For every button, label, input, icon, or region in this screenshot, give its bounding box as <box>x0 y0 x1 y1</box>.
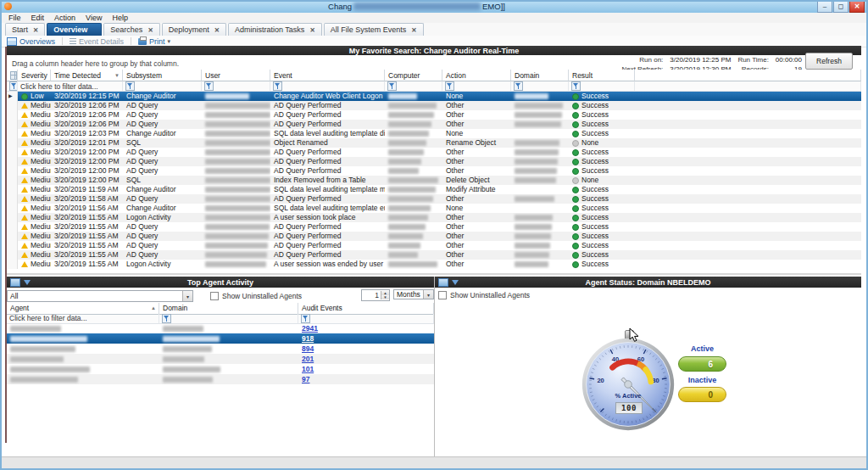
event-grid-filter-row[interactable]: Click here to filter data... <box>7 81 861 92</box>
menu-item-action[interactable]: Action <box>49 14 81 22</box>
agent-column-header-domain[interactable]: Domain <box>159 303 298 315</box>
filter-funnel-icon[interactable] <box>571 81 581 91</box>
active-count-button[interactable]: 6 <box>678 356 726 372</box>
close-tab-icon[interactable]: ✕ <box>214 26 220 34</box>
print-button[interactable]: Print ▾ <box>138 37 170 46</box>
filter-funnel-icon[interactable] <box>301 314 310 323</box>
filter-funnel-icon[interactable] <box>162 314 171 323</box>
tab-administration-tasks[interactable]: Administration Tasks✕ <box>228 23 322 36</box>
menu-item-edit[interactable]: Edit <box>26 14 50 22</box>
period-unit-dropdown-icon[interactable]: ▾ <box>423 290 433 299</box>
panel-print-icon[interactable] <box>10 278 20 287</box>
event-row[interactable]: Medium3/20/2019 12:06 PMAD QueryAD Query… <box>7 101 861 110</box>
event-row[interactable]: Medium3/20/2019 12:00 PMAD QueryAD Query… <box>7 148 861 157</box>
panel-filter-icon[interactable] <box>24 280 31 285</box>
show-uninstalled-checkbox[interactable] <box>210 292 219 300</box>
filter-hint-cell[interactable]: Click here to filter data... <box>18 81 123 92</box>
column-header-event[interactable]: Event <box>270 70 385 81</box>
event-row[interactable]: Medium3/20/2019 12:00 PMAD QueryAD Query… <box>7 157 861 166</box>
filter-cell[interactable] <box>511 81 569 92</box>
agent-row[interactable]: 894 <box>7 344 434 354</box>
agent-row[interactable]: 918 <box>7 333 434 344</box>
agent-row[interactable]: 101 <box>7 364 434 374</box>
print-dropdown-icon[interactable]: ▾ <box>168 38 171 45</box>
column-header-subsystem[interactable]: Subsystem <box>123 70 202 81</box>
audit-events-link[interactable]: 201 <box>302 354 314 364</box>
filter-funnel-icon[interactable] <box>273 81 282 91</box>
event-row[interactable]: Medium3/20/2019 11:55 AMAD QueryAD Query… <box>7 232 861 241</box>
close-tab-icon[interactable]: ✕ <box>147 26 153 34</box>
tab-start[interactable]: Start✕ <box>5 23 45 36</box>
column-header-result[interactable]: Result <box>569 70 635 81</box>
period-unit-combo[interactable]: Months ▾ <box>393 289 434 299</box>
audit-events-link[interactable]: 101 <box>302 364 314 374</box>
filter-cell[interactable] <box>569 81 635 92</box>
menu-item-help[interactable]: Help <box>107 14 133 22</box>
event-row[interactable]: Medium3/20/2019 12:00 PMAD QueryAD Query… <box>7 166 861 176</box>
audit-events-link[interactable]: 2941 <box>302 323 318 333</box>
overviews-button[interactable]: Overviews <box>7 37 55 46</box>
event-row[interactable]: Medium3/20/2019 12:01 PMSQLObject Rename… <box>7 138 861 148</box>
column-header-computer[interactable]: Computer <box>385 70 442 81</box>
close-button[interactable]: ✕ <box>849 1 865 13</box>
filter-cell[interactable] <box>442 81 511 92</box>
column-header-domain[interactable]: Domain <box>511 70 569 81</box>
tab-overview[interactable]: Overview <box>47 23 102 36</box>
agent-column-header-agent[interactable]: Agent▲ <box>7 303 159 315</box>
audit-events-link[interactable]: 918 <box>302 333 314 344</box>
column-header-action[interactable]: Action <box>442 70 511 81</box>
maximize-button[interactable]: ◻ <box>833 1 849 13</box>
tab-all-file-system-events[interactable]: All File System Events✕ <box>324 23 424 36</box>
status-show-uninstalled-checkbox[interactable] <box>438 291 447 299</box>
filter-cell[interactable] <box>123 81 202 92</box>
tab-searches[interactable]: Searches✕ <box>103 23 159 36</box>
minimize-button[interactable]: – <box>817 1 832 13</box>
refresh-button[interactable]: Refresh <box>805 53 853 70</box>
group-by-hint[interactable]: Drag a column header here to group by th… <box>12 59 179 68</box>
event-row[interactable]: Medium3/20/2019 11:55 AMLogon ActivityA … <box>7 260 861 269</box>
agent-table-filter-row[interactable]: Click here to filter data... <box>7 314 434 323</box>
column-header-user[interactable]: User <box>202 70 270 81</box>
filter-cell[interactable] <box>385 81 442 92</box>
agent-row[interactable]: 2941 <box>7 323 434 333</box>
event-row[interactable]: Medium3/20/2019 11:55 AMLogon ActivityA … <box>7 213 861 222</box>
close-tab-icon[interactable]: ✕ <box>309 26 314 34</box>
filter-funnel-icon[interactable] <box>204 81 214 91</box>
spinner-down-icon[interactable]: ▼ <box>381 295 389 299</box>
event-row[interactable]: Medium3/20/2019 12:00 PMSQLIndex Removed… <box>7 176 861 185</box>
event-row[interactable]: Medium3/20/2019 12:03 PMChange AuditorSQ… <box>7 129 861 138</box>
agent-row[interactable]: 201 <box>7 354 434 364</box>
audit-events-link[interactable]: 97 <box>302 374 309 384</box>
agent-filter-dropdown-icon[interactable]: ▾ <box>182 291 192 301</box>
close-tab-icon[interactable]: ✕ <box>33 26 38 34</box>
panel-print-icon[interactable] <box>438 278 448 287</box>
audit-events-link[interactable]: 894 <box>302 344 314 354</box>
agent-column-header-audit-events[interactable]: Audit Events <box>298 303 434 315</box>
menu-item-view[interactable]: View <box>81 14 107 22</box>
filter-cell[interactable] <box>202 81 270 92</box>
filter-funnel-icon[interactable] <box>387 81 397 91</box>
filter-funnel-icon[interactable] <box>445 81 454 91</box>
event-row[interactable]: Medium3/20/2019 11:56 AMChange AuditorSQ… <box>7 204 861 213</box>
event-row[interactable]: Medium3/20/2019 11:59 AMChange AuditorSQ… <box>7 185 861 194</box>
inactive-count-button[interactable]: 0 <box>678 387 726 402</box>
agent-filter-combo[interactable]: All ▾ <box>7 290 193 302</box>
event-row[interactable]: Medium3/20/2019 11:55 AMAD QueryAD Query… <box>7 222 861 232</box>
tab-deployment[interactable]: Deployment✕ <box>162 23 226 36</box>
filter-cell[interactable] <box>270 81 385 92</box>
filter-funnel-icon[interactable] <box>514 81 523 91</box>
filter-funnel-icon[interactable] <box>9 81 18 91</box>
event-row[interactable]: Medium3/20/2019 11:55 AMAD QueryAD Query… <box>7 241 861 250</box>
filter-funnel-icon[interactable] <box>125 81 135 91</box>
event-row[interactable]: Medium3/20/2019 11:55 AMAD QueryAD Query… <box>7 250 861 260</box>
event-row[interactable]: Medium3/20/2019 12:06 PMAD QueryAD Query… <box>7 110 861 120</box>
event-row[interactable]: ▶Low3/20/2019 12:15 PMChange AuditorChan… <box>7 92 861 101</box>
column-header-severity[interactable]: Severity <box>18 70 51 81</box>
panel-filter-icon[interactable] <box>452 280 459 285</box>
event-details-button[interactable]: Event Details <box>70 37 124 46</box>
event-row[interactable]: Medium3/20/2019 11:58 AMAD QueryAD Query… <box>7 194 861 204</box>
horizontal-splitter[interactable] <box>7 273 861 275</box>
menu-item-file[interactable]: File <box>3 14 26 22</box>
period-spinner[interactable]: 1 ▲▼ <box>361 289 390 301</box>
column-header-time-detected[interactable]: Time Detected▼ <box>51 70 123 81</box>
